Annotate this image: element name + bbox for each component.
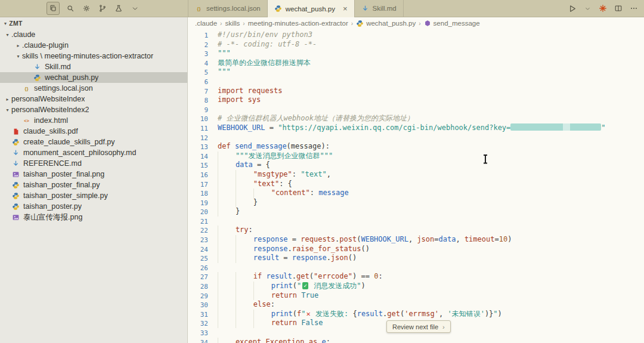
code-line[interactable]: 25result = response.json() [188,254,644,263]
tab-settings.local.json[interactable]: {}settings.local.json [188,0,268,17]
breadcrumb-item[interactable]: skills [225,20,240,27]
title-bar: {}settings.local.jsonwechat_push.py×Skil… [0,0,644,17]
code-token: )} [485,310,493,318]
success-check-icon: ✓ [302,282,308,289]
chevron-down-icon[interactable] [129,3,140,14]
run-dropdown-icon[interactable] [582,3,593,14]
image-icon [11,213,20,222]
code-line[interactable]: 18"content": message [188,189,644,198]
breadcrumb-item[interactable]: wechat_push.py [356,20,416,27]
code-line[interactable]: 34except Exception as e: [188,338,644,343]
code-line[interactable]: 20} [188,207,644,217]
tree-item-Skill.md[interactable]: Skill.md [0,61,187,72]
code-token: response [292,254,327,262]
tree-item-.claude[interactable]: ▾.claude [0,29,187,40]
beaker-icon[interactable] [113,3,124,14]
search-icon[interactable] [65,3,76,14]
line-text: except Exception as e: [218,338,330,343]
code-line[interactable]: 26 [188,263,644,273]
code-line[interactable]: 13def send_message(message): [188,142,644,152]
code-token: " [301,310,305,318]
breadcrumb-item[interactable]: send_message [424,20,480,27]
tree-item-REFERENCE.md[interactable]: REFERENCE.md [0,158,187,169]
tree-item-settings.local.json[interactable]: {}settings.local.json [0,83,187,94]
code-token: send_message [235,142,287,150]
code-line[interactable]: 8import sys [188,95,644,105]
code-line[interactable]: 6 [188,77,644,86]
code-line[interactable]: 14"""发送消息到企业微信群""" [188,152,644,161]
code-line[interactable]: 5""" [188,67,644,77]
tree-item-.claude-plugin[interactable]: ▸.claude-plugin [0,40,187,51]
code-line[interactable]: 21 [188,217,644,226]
code-token: "errcode" [314,272,352,280]
indent-guide [236,245,253,254]
code-line[interactable]: 3""" [188,49,644,58]
tree-item-taishan_poster_final.py[interactable]: taishan_poster_final.py [0,180,187,190]
code-line[interactable]: 9 [188,105,644,115]
html-icon: <> [22,116,31,125]
tree-item-泰山宣传海报.png[interactable]: 泰山宣传海报.png [0,212,187,223]
code-line[interactable]: 16"msgtype": "text", [188,170,644,180]
source-control-branch-icon[interactable] [97,3,108,14]
line-text: import requests [218,86,282,96]
code-line[interactable]: 11WEBHOOK_URL = "https://qyapi.weixin.qq… [188,123,644,133]
tree-item-claude_skills.pdf[interactable]: claude_skills.pdf [0,126,187,137]
code-token: WEBHOOK_URL [218,123,265,132]
explorer-section-header[interactable]: ▾ ZMT [0,17,187,29]
code-token: """ [218,67,231,76]
code-line[interactable]: 31print(f"✕ 发送失败: {result.get('errmsg', … [188,310,644,319]
sparkle-icon[interactable] [597,3,608,14]
tree-item-taishan_poster_simple.py[interactable]: taishan_poster_simple.py [0,190,187,201]
run-icon[interactable] [566,3,577,14]
close-tab-icon[interactable]: × [343,5,348,13]
line-number: 2 [188,40,208,50]
tree-item-label: settings.local.json [34,84,93,92]
code-line[interactable]: 4最简单的企业微信群推送脚本 [188,58,644,68]
chevron-down-icon: ▾ [4,107,11,113]
split-editor-icon[interactable] [613,3,624,14]
code-token: except [236,338,266,343]
tree-item-personalWebsiteIndex[interactable]: ▸personalWebsiteIndex [0,94,187,104]
code-line[interactable]: 27if result.get("errcode") == 0: [188,272,644,282]
breadcrumb-item[interactable]: meeting-minutes-action-extractor [248,20,348,27]
code-line[interactable]: 30else: [188,300,644,310]
code-line[interactable]: 12 [188,133,644,143]
more-actions-icon[interactable] [628,3,639,14]
review-next-file-button[interactable]: Review next file › [386,320,451,333]
code-token: json [417,235,434,243]
tree-item-taishan_poster_final.png[interactable]: taishan_poster_final.png [0,169,187,180]
tree-item-taishan_poster.py[interactable]: taishan_poster.py [0,201,187,212]
explorer-copy-icon[interactable] [47,2,60,15]
tree-item-create_claude_skills_pdf.py[interactable]: create_claude_skills_pdf.py [0,137,187,147]
tab-Skill.md[interactable]: Skill.md [355,0,404,17]
code-line[interactable]: 2# -*- coding: utf-8 -*- [188,40,644,50]
tree-item-wechat_push.py[interactable]: wechat_push.py [0,72,187,83]
code-line[interactable]: 22try: [188,225,644,235]
tree-item-index.html[interactable]: <>index.html [0,115,187,126]
tab-wechat_push.py[interactable]: wechat_push.py× [268,0,355,17]
line-number: 6 [188,77,208,86]
code-line[interactable]: 7import requests [188,86,644,96]
settings-gear-icon[interactable] [81,3,92,14]
code-editor[interactable]: 1#!/usr/bin/env python32# -*- coding: ut… [188,29,644,343]
tree-item-monument_ascent_philosophy.md[interactable]: monument_ascent_philosophy.md [0,147,187,158]
code-line[interactable]: 23response = requests.post(WEBHOOK_URL, … [188,235,644,245]
indent-guide [218,300,236,310]
indent-guide [236,310,253,319]
breadcrumb-item[interactable]: .claude [195,20,217,27]
code-line[interactable]: 10# 企业微信群机器人webhook地址（请替换为您的实际地址） [188,114,644,123]
code-line[interactable]: 24response.raise_for_status() [188,245,644,254]
code-token: #!/usr/bin/env python3 [218,30,312,39]
code-token: result [253,254,279,262]
tree-item-label: create_claude_skills_pdf.py [23,138,115,146]
code-line[interactable]: 1#!/usr/bin/env python3 [188,30,644,40]
code-line[interactable]: 17"text": { [188,180,644,189]
code-line[interactable]: 29return True [188,291,644,301]
code-line[interactable]: 28print("✓ 消息发送成功") [188,282,644,291]
code-token: data [236,160,253,169]
line-number: 31 [188,310,208,319]
code-line[interactable]: 15data = { [188,160,644,170]
code-line[interactable]: 19} [188,198,644,208]
tree-item-skills \ meeting-minutes-action-extractor[interactable]: ▾skills \ meeting-minutes-action-extract… [0,51,187,61]
tree-item-personalWebsiteIndex2[interactable]: ▾personalWebsiteIndex2 [0,104,187,115]
